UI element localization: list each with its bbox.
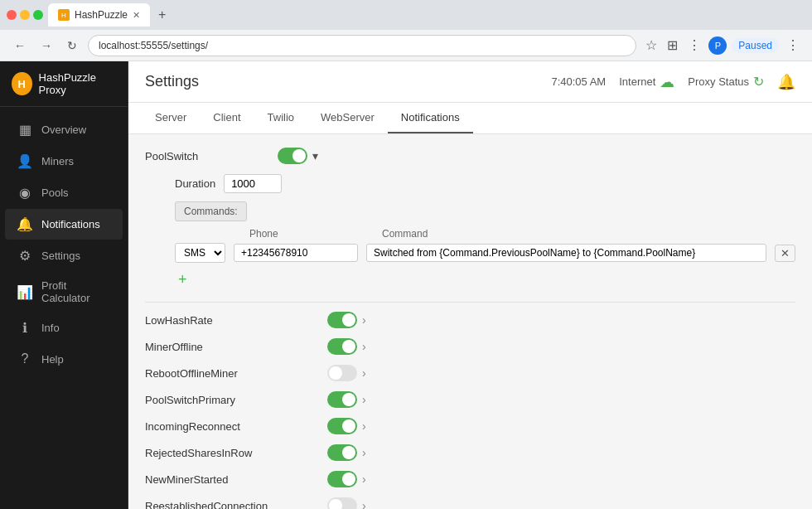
setting-item: LowHashRate › [145, 308, 795, 332]
section-divider [145, 302, 795, 303]
more-icon[interactable]: ⋮ [685, 35, 703, 56]
window-controls [7, 10, 43, 20]
duration-row: Duration [175, 174, 795, 193]
logo-text: HashPuzzle Proxy [39, 71, 116, 96]
setting-expand-rebootofflineminer[interactable]: › [357, 365, 371, 381]
maximize-button[interactable] [33, 10, 43, 20]
sidebar-item-notifications[interactable]: 🔔 Notifications [5, 209, 123, 240]
sidebar-label-miners: Miners [41, 155, 74, 167]
internet-label: Internet [619, 75, 655, 88]
tab-twilio[interactable]: Twilio [254, 103, 308, 133]
commands-table: Phone Command SMS ✕ + [175, 228, 795, 292]
sidebar-logo: H HashPuzzle Proxy [0, 61, 128, 107]
add-row-button[interactable]: + [175, 268, 191, 292]
sidebar-item-help[interactable]: ? Help [5, 344, 123, 374]
sidebar-label-help: Help [41, 353, 64, 366]
profile-button[interactable]: P [708, 36, 727, 55]
setting-toggle-rejectedsharesinrow[interactable] [327, 444, 357, 461]
setting-toggle-mineroffline[interactable] [327, 338, 357, 355]
main-content: Settings 7:40:05 AM Internet ☁ Proxy Sta… [128, 61, 812, 509]
reload-button[interactable]: ↻ [63, 36, 81, 55]
sidebar-label-overview: Overview [41, 124, 86, 136]
sidebar-label-settings: Settings [41, 250, 80, 262]
remove-row-button[interactable]: ✕ [775, 245, 795, 262]
sidebar-item-info[interactable]: ℹ Info [5, 313, 123, 343]
settings-content: PoolSwitch ▾ Duration Commands: [128, 134, 812, 509]
setting-expand-mineroffline[interactable]: › [357, 338, 371, 355]
setting-expand-lowhashrate[interactable]: › [357, 312, 371, 328]
commands-section: Commands: Phone Command SMS [175, 201, 795, 292]
setting-item: MinerOffline › [145, 334, 795, 359]
table-row: SMS ✕ [175, 243, 795, 263]
setting-expand-incomingreconnect[interactable]: › [357, 418, 371, 434]
sidebar-item-pools[interactable]: ◉ Pools [5, 177, 123, 208]
bookmark-icon[interactable]: ☆ [643, 35, 660, 56]
sidebar-item-settings[interactable]: ⚙ Settings [5, 240, 123, 271]
forward-button[interactable]: → [36, 36, 56, 55]
setting-toggle-reestablishedconnection[interactable] [327, 497, 357, 509]
setting-toggle-newminerstarted[interactable] [327, 471, 357, 487]
sidebar-item-profit-calculator[interactable]: 📊 Profit Calculator [5, 272, 123, 312]
alert-bell-icon[interactable]: 🔔 [777, 73, 795, 91]
setting-label: NewMinerStarted [145, 473, 327, 486]
setting-label: ReestablishedConnection [145, 500, 327, 510]
header-right: 7:40:05 AM Internet ☁ Proxy Status ↻ 🔔 [551, 73, 795, 91]
tab-title: HashPuzzle [75, 9, 128, 21]
setting-toggle-lowhashrate[interactable] [327, 312, 357, 328]
close-button[interactable] [7, 10, 17, 20]
setting-item: ReestablishedConnection › [145, 493, 795, 509]
minimize-button[interactable] [20, 10, 30, 20]
address-bar[interactable]: localhost:55555/settings/ [88, 35, 636, 56]
notification-settings-list: LowHashRate › MinerOffline › RebootOffli… [145, 308, 795, 509]
setting-expand-poolswitchprimary[interactable]: › [357, 391, 371, 408]
setting-item: RebootOfflineMiner › [145, 361, 795, 385]
overview-icon: ▦ [17, 122, 33, 138]
setting-toggle-poolswitchprimary[interactable] [327, 391, 357, 408]
phone-input[interactable] [234, 244, 358, 262]
setting-item: RejectedSharesInRow › [145, 440, 795, 465]
command-input[interactable] [366, 244, 766, 262]
sidebar-label-profit-calculator: Profit Calculator [41, 279, 111, 304]
pool-switch-toggle[interactable] [278, 148, 307, 164]
sidebar-item-miners[interactable]: 👤 Miners [5, 146, 123, 177]
setting-item: PoolSwitchPrimary › [145, 387, 795, 412]
extensions-icon[interactable]: ⊞ [665, 35, 680, 56]
sms-type-select[interactable]: SMS [175, 243, 225, 263]
help-icon: ? [17, 351, 33, 366]
profile-label: Paused [732, 38, 779, 53]
new-tab-button[interactable]: + [153, 6, 171, 24]
tab-bar: H HashPuzzle ✕ + [48, 0, 171, 30]
sidebar-item-overview[interactable]: ▦ Overview [5, 114, 123, 145]
command-header: Command [382, 228, 795, 240]
phone-header: Phone [249, 228, 374, 240]
tab-favicon: H [58, 9, 70, 21]
duration-input[interactable] [224, 174, 282, 193]
cloud-icon: ☁ [660, 73, 674, 91]
pools-icon: ◉ [17, 185, 33, 201]
tab-webserver[interactable]: WebServer [307, 103, 388, 133]
toggle-knob [342, 473, 355, 486]
notifications-icon: 🔔 [17, 216, 33, 232]
setting-expand-rejectedsharesinrow[interactable]: › [357, 444, 371, 461]
browser-tab[interactable]: H HashPuzzle ✕ [48, 3, 150, 27]
commands-button[interactable]: Commands: [175, 201, 247, 221]
browser-nav-icons: ☆ ⊞ ⋮ P Paused ⋮ [643, 35, 802, 56]
tab-notifications[interactable]: Notifications [388, 103, 473, 133]
pool-switch-expand-button[interactable]: ▾ [307, 148, 323, 164]
proxy-status-label: Proxy Status [688, 75, 749, 88]
tab-client[interactable]: Client [200, 103, 254, 133]
tab-server[interactable]: Server [142, 103, 200, 133]
setting-label: RejectedSharesInRow [145, 447, 327, 459]
setting-toggle-rebootofflineminer[interactable] [327, 365, 357, 381]
tab-close-icon[interactable]: ✕ [133, 10, 140, 21]
setting-expand-reestablishedconnection[interactable]: › [357, 497, 371, 509]
notifications-panel: PoolSwitch ▾ Duration Commands: [128, 134, 812, 509]
back-button[interactable]: ← [10, 36, 30, 55]
setting-toggle-incomingreconnect[interactable] [327, 418, 357, 434]
setting-label: MinerOffline [145, 341, 327, 353]
miners-icon: 👤 [17, 153, 33, 169]
pool-switch-row: PoolSwitch ▾ [145, 148, 795, 164]
profit-calculator-icon: 📊 [17, 284, 33, 300]
chrome-menu-icon[interactable]: ⋮ [784, 35, 802, 56]
setting-expand-newminerstarted[interactable]: › [357, 471, 371, 487]
